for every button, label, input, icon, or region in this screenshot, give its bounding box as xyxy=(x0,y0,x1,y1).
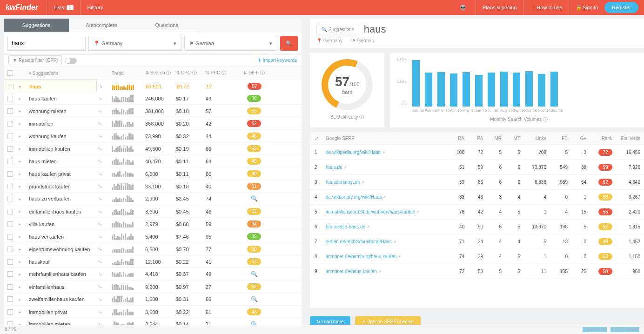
register-button[interactable]: Register xyxy=(604,2,638,13)
expand-icon[interactable]: ▸ xyxy=(19,96,29,101)
expand-icon[interactable]: ▸ xyxy=(19,259,29,264)
results-filter-button[interactable]: ▼ Results filter (OFF) xyxy=(8,55,62,65)
row-checkbox[interactable] xyxy=(7,221,13,227)
import-keywords-link[interactable]: ⬇ Import keywords xyxy=(258,58,297,64)
table-row[interactable]: ▸einfamilienhaus kaufen↳3,600$0.454653 xyxy=(4,205,302,218)
suggestions-chip[interactable]: 🔍 Suggestions xyxy=(316,25,359,34)
menu-icon[interactable]: ↳ xyxy=(99,221,112,227)
menu-icon[interactable]: ↳ xyxy=(99,184,112,189)
expand-icon[interactable]: ⤢ xyxy=(315,136,326,141)
table-row[interactable]: ▸haus zu verkaufen↳2,900$2.4574🔍 xyxy=(4,193,302,205)
row-checkbox[interactable] xyxy=(7,284,13,290)
expand-icon[interactable]: ▸ xyxy=(19,159,29,164)
expand-icon[interactable]: ▸ xyxy=(19,234,29,239)
table-row[interactable]: ▸haus↳60,500$0.721257 xyxy=(4,80,97,92)
row-checkbox[interactable] xyxy=(7,309,13,315)
table-row[interactable]: ▸immobilien kaufen↳49,500$0.196653 xyxy=(4,142,302,155)
expand-icon[interactable]: ▸ xyxy=(19,196,29,201)
expand-icon[interactable]: ▸ xyxy=(19,134,29,139)
table-row[interactable]: ▸wohnung kaufen↳73,990$0.324446 xyxy=(4,130,302,142)
table-row[interactable]: ▸haus mieten↳40,470$0.116445 xyxy=(4,155,302,167)
menu-icon[interactable]: ↳ xyxy=(99,284,112,289)
serp-link[interactable]: haus.de xyxy=(326,165,342,170)
serp-link[interactable]: de.wikipedia.org/wiki/Haus xyxy=(326,150,381,155)
menu-icon[interactable]: ↳ xyxy=(99,234,112,239)
row-checkbox[interactable] xyxy=(8,84,13,89)
row-checkbox[interactable] xyxy=(7,184,13,189)
external-icon[interactable]: ↗ xyxy=(397,254,401,259)
keyword-input[interactable] xyxy=(7,36,86,51)
row-checkbox[interactable] xyxy=(7,108,13,114)
expand-icon[interactable]: ▸ xyxy=(19,84,29,89)
add-to-list-button[interactable]: + Add to list xyxy=(583,327,607,331)
menu-icon[interactable]: ↳ xyxy=(99,209,112,214)
table-row[interactable]: ▸zweifamilienhaus kaufen↳1,600$0.3166🔍 xyxy=(4,293,302,306)
menu-icon[interactable]: ↳ xyxy=(99,309,112,314)
row-checkbox[interactable] xyxy=(7,209,13,214)
table-row[interactable]: ▸mehrfamilienhaus kaufen↳4,418$0.3749🔍 xyxy=(4,268,302,281)
col-cpc[interactable]: ⇅ CPC ⓘ xyxy=(176,70,206,76)
expand-icon[interactable]: ▸ xyxy=(19,272,29,277)
external-icon[interactable]: ↗ xyxy=(343,165,347,170)
expand-icon[interactable]: ▸ xyxy=(19,108,29,114)
external-icon[interactable]: ↗ xyxy=(361,180,365,185)
serp-link[interactable]: hausderkunst.de xyxy=(326,180,360,185)
serp-link[interactable]: baumesse-haus.de xyxy=(326,224,365,229)
row-checkbox[interactable] xyxy=(7,247,13,252)
table-row[interactable]: ▸villa kaufen↳2,979$0.605964 xyxy=(4,218,302,230)
menu-icon[interactable]: ↳ xyxy=(99,146,112,151)
row-checkbox[interactable] xyxy=(7,296,13,302)
menu-icon[interactable]: ↳ xyxy=(99,84,112,89)
row-checkbox[interactable] xyxy=(7,146,13,152)
nav-howto[interactable]: ❓ How to use xyxy=(523,0,569,15)
external-icon[interactable]: ↗ xyxy=(393,240,396,244)
tab-questions[interactable]: Questions xyxy=(134,19,199,32)
row-checkbox[interactable] xyxy=(7,259,13,265)
expand-icon[interactable]: ▸ xyxy=(19,121,29,126)
table-row[interactable]: ▸grundstück kaufen↳33,100$0.184061 xyxy=(4,180,302,193)
location-select[interactable]: 📍 Germany▾ xyxy=(88,36,181,51)
language-select[interactable]: ⚑ German▾ xyxy=(184,36,277,51)
table-row[interactable]: ▸haus verkaufen↳5,400$7.469539 xyxy=(4,230,302,243)
menu-icon[interactable]: ↳ xyxy=(99,171,112,176)
col-search[interactable]: ⇅ Search ⓘ xyxy=(145,70,176,76)
row-checkbox[interactable] xyxy=(7,271,13,277)
external-icon[interactable]: ↗ xyxy=(416,210,420,214)
csv-export-button[interactable]: ⬇ CSV export xyxy=(610,327,639,331)
nav-signin[interactable]: 🔒 Sign in xyxy=(569,0,604,15)
expand-icon[interactable]: ▸ xyxy=(19,221,29,227)
nav-history[interactable]: History xyxy=(80,0,109,15)
expand-icon[interactable]: ▸ xyxy=(19,284,29,289)
serp-link[interactable]: immobilienscout24.de/wohnen/haus-kaufen xyxy=(326,209,415,214)
expand-icon[interactable]: ▸ xyxy=(19,297,29,302)
serp-link[interactable]: immonet.de/hamburg/haus-kaufen xyxy=(326,254,396,259)
search-button[interactable]: 🔍 xyxy=(280,36,298,51)
row-checkbox[interactable] xyxy=(7,121,13,127)
tab-suggestions[interactable]: Suggestions xyxy=(4,19,69,32)
menu-icon[interactable]: ↳ xyxy=(99,297,112,302)
menu-icon[interactable]: ↳ xyxy=(99,96,112,101)
menu-icon[interactable]: ↳ xyxy=(99,247,112,252)
select-all-checkbox[interactable] xyxy=(7,70,13,76)
external-icon[interactable]: ↗ xyxy=(382,150,385,155)
menu-icon[interactable]: ↳ xyxy=(99,134,112,139)
nav-lists[interactable]: Lists0 xyxy=(47,0,80,15)
table-row[interactable]: ▸immobilien↳368,000$0.204262 xyxy=(4,117,302,130)
menu-icon[interactable]: ↳ xyxy=(99,272,112,277)
nav-plans[interactable]: Plans & pricing xyxy=(476,0,523,15)
row-checkbox[interactable] xyxy=(7,196,13,201)
table-row[interactable]: ▸einfamilienhaus↳9,900$0.972752 xyxy=(4,281,302,293)
row-checkbox[interactable] xyxy=(7,159,13,164)
row-checkbox[interactable] xyxy=(7,171,13,177)
menu-icon[interactable]: ↳ xyxy=(99,159,112,164)
col-trend[interactable]: Trend xyxy=(112,71,145,76)
serp-link[interactable]: immonet.de/haus-kaufen xyxy=(326,269,377,274)
table-row[interactable]: ▸hauskauf↳12,100$0.224153 xyxy=(4,255,302,268)
expand-icon[interactable]: ▸ xyxy=(19,247,29,252)
alien-icon[interactable]: 👽 xyxy=(460,5,466,11)
tab-autocomplete[interactable]: Autocomplete xyxy=(69,19,134,32)
menu-icon[interactable]: ↳ xyxy=(99,108,112,114)
col-diff[interactable]: ⇅ DIFF ⓘ xyxy=(235,70,273,76)
table-row[interactable]: ▸haus kaufen privat↳6,600$0.116040 xyxy=(4,167,302,180)
row-checkbox[interactable] xyxy=(7,234,13,240)
